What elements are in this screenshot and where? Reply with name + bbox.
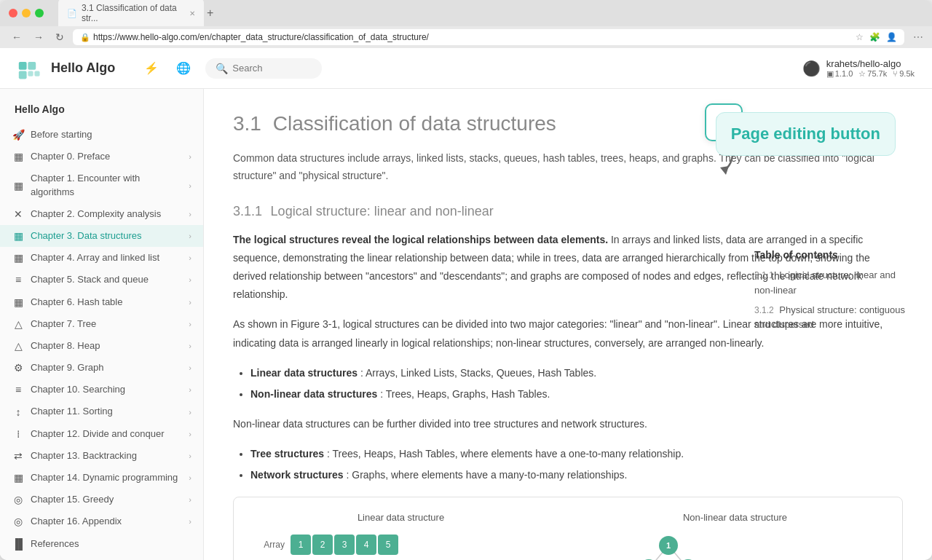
- nonlinear-diagram-section: Non-linear data structure Tree 1234567: [582, 512, 888, 560]
- toc-item[interactable]: 3.1.1 Logical structure: linear and non-…: [754, 268, 915, 299]
- sidebar-item-chapter-6[interactable]: ▦ Chapter 6. Hash table ›: [0, 291, 203, 313]
- chevron-right-icon: ›: [189, 517, 191, 526]
- sidebar-item-chapter-0[interactable]: ▦ Chapter 0. Preface ›: [0, 146, 203, 167]
- sidebar-label: Chapter 15. Greedy: [31, 493, 183, 506]
- search-icon: 🔍: [216, 63, 228, 74]
- sidebar-item-chapter-15[interactable]: ◎ Chapter 15. Greedy ›: [0, 489, 203, 510]
- lightning-icon[interactable]: ⚡: [141, 58, 162, 78]
- svg-rect-1: [28, 62, 36, 70]
- toc-title: Table of contents: [754, 249, 915, 261]
- sidebar-item-before-starting[interactable]: 🚀 Before starting: [0, 124, 203, 146]
- sidebar-item-chapter-1[interactable]: ▦ Chapter 1. Encounter with algorithms ›: [0, 167, 203, 202]
- chevron-right-icon: ›: [189, 451, 191, 460]
- tree-node: 1: [659, 536, 678, 555]
- sidebar-icon: ✕: [12, 208, 25, 220]
- nav-icons: ⚡ 🌐: [141, 58, 194, 78]
- active-tab[interactable]: 📄 3.1 Classification of data str... ✕: [58, 0, 204, 28]
- title-bar: 📄 3.1 Classification of data str... ✕ +: [0, 0, 932, 26]
- logo-area[interactable]: Hello Algo: [17, 55, 115, 82]
- sidebar-label: Chapter 0. Preface: [31, 150, 183, 163]
- nonlinear-note: Non-linear data structures can be furthe…: [233, 415, 903, 433]
- sidebar-icon: 🚀: [12, 129, 25, 141]
- search-box[interactable]: 🔍: [205, 58, 322, 79]
- toc-item[interactable]: 3.1.2 Physical structure: contiguous and…: [754, 303, 915, 334]
- sidebar-label: Chapter 9. Graph: [31, 361, 183, 374]
- sidebar-item-chapter-7[interactable]: △ Chapter 7. Tree ›: [0, 313, 203, 335]
- sidebar-item-chapter-13[interactable]: ⇄ Chapter 13. Backtracking ›: [0, 445, 203, 467]
- sidebar-label: Chapter 16. Appendix: [31, 515, 183, 528]
- sidebar-label: Chapter 2. Complexity analysis: [31, 208, 183, 221]
- sidebar-item-chapter-16[interactable]: ◎ Chapter 16. Appendix ›: [0, 510, 203, 532]
- address-bar[interactable]: 🔒 https://www.hello-algo.com/en/chapter_…: [73, 29, 904, 45]
- sidebar-item-chapter-5[interactable]: ≡ Chapter 5. Stack and queue ›: [0, 269, 203, 291]
- version-icon: ▣: [826, 69, 834, 79]
- array-cell: 5: [378, 535, 398, 555]
- sidebar-item-chapter-10[interactable]: ≡ Chapter 10. Searching ›: [0, 379, 203, 401]
- data-structure-diagram: Linear data structure Array 12345 Non-li…: [233, 497, 903, 560]
- tab-bar: 📄 3.1 Classification of data str... ✕ +: [58, 0, 923, 28]
- maximize-button[interactable]: [35, 9, 44, 17]
- sidebar-item-chapter-11[interactable]: ↕ Chapter 11. Sorting ›: [0, 401, 203, 422]
- sidebar-icon: ▦: [12, 296, 25, 308]
- sidebar-label: Chapter 5. Stack and queue: [31, 273, 183, 286]
- tab-close-button[interactable]: ✕: [189, 9, 195, 17]
- github-stats: ▣ 1.1.0 ☆ 75.7k ⑂ 9.5k: [826, 69, 915, 79]
- github-link[interactable]: krahets/hello-algo: [826, 58, 915, 69]
- page-editing-label: Page editing button: [731, 125, 880, 143]
- sidebar-label: Chapter 13. Backtracking: [31, 449, 183, 462]
- forward-button[interactable]: →: [31, 30, 47, 44]
- minimize-button[interactable]: [22, 9, 31, 17]
- close-button[interactable]: [9, 9, 17, 17]
- star-icon: ☆: [858, 69, 866, 79]
- chevron-right-icon: ›: [189, 342, 191, 350]
- address-bar-row: ← → ↻ 🔒 https://www.hello-algo.com/en/ch…: [0, 26, 932, 48]
- refresh-button[interactable]: ↻: [52, 30, 67, 44]
- sidebar-item-chapter-12[interactable]: ⁞ Chapter 12. Divide and conquer ›: [0, 423, 203, 445]
- sidebar-item-chapter-14[interactable]: ▦ Chapter 14. Dynamic programming ›: [0, 467, 203, 489]
- back-button[interactable]: ←: [9, 30, 25, 44]
- structures-list-1: Linear data structures : Arrays, Linked …: [250, 364, 903, 403]
- extensions-icon[interactable]: 🧩: [869, 32, 880, 42]
- toc-panel: Table of contents 3.1.1 Logical structur…: [754, 249, 915, 337]
- top-nav: Hello Algo ⚡ 🌐 🔍 ⚫ krahets/hello-algo ▣ …: [0, 48, 932, 89]
- section-number: 3.1.1: [233, 204, 262, 218]
- structures-list-2: Tree structures : Trees, Heaps, Hash Tab…: [250, 445, 903, 484]
- stars-count: 75.7k: [867, 69, 887, 78]
- array-cell: 2: [312, 535, 333, 555]
- bookmark-icon[interactable]: ☆: [856, 32, 864, 42]
- translate-icon[interactable]: 🌐: [173, 58, 194, 78]
- sidebar-label: Chapter 1. Encounter with algorithms: [31, 172, 183, 198]
- sidebar-icon: ◎: [12, 494, 25, 505]
- sidebar: Hello Algo 🚀 Before starting ▦ Chapter 0…: [0, 89, 204, 560]
- array-cell: 3: [334, 535, 355, 555]
- page-title-text: Classification of data structures: [273, 112, 556, 135]
- sidebar-label: Chapter 3. Data structures: [31, 229, 183, 242]
- sidebar-icon: ≡: [12, 384, 25, 395]
- svg-marker-5: [720, 166, 729, 175]
- sidebar-item-references[interactable]: ▐▌ References: [0, 533, 203, 555]
- sidebar-icon: ⇄: [12, 450, 25, 462]
- sidebar-item-chapter-2[interactable]: ✕ Chapter 2. Complexity analysis ›: [0, 203, 203, 225]
- search-input[interactable]: [232, 63, 305, 74]
- sidebar-label: Chapter 6. Hash table: [31, 296, 183, 309]
- sidebar-item-chapter-8[interactable]: △ Chapter 8. Heap ›: [0, 335, 203, 357]
- sidebar-item-chapter-9[interactable]: ⚙ Chapter 9. Graph ›: [0, 357, 203, 379]
- sidebar-label: Chapter 4. Array and linked list: [31, 251, 183, 264]
- chevron-right-icon: ›: [189, 298, 191, 307]
- bullet-tree-text: : Trees, Heaps, Hash Tables, where eleme…: [327, 448, 684, 460]
- sidebar-item-chapter-4[interactable]: ▦ Chapter 4. Array and linked list ›: [0, 247, 203, 269]
- url-text: https://www.hello-algo.com/en/chapter_da…: [93, 32, 429, 42]
- fork-icon: ⑂: [893, 69, 898, 78]
- settings-icon[interactable]: ⋯: [913, 31, 923, 43]
- page-editing-tooltip: Page editing button: [716, 112, 896, 156]
- toc-number: 3.1.1: [754, 270, 774, 280]
- new-tab-button[interactable]: +: [207, 7, 213, 20]
- profile-icon[interactable]: 👤: [886, 32, 897, 42]
- chevron-right-icon: ›: [189, 181, 191, 190]
- logo-icon: [17, 55, 44, 82]
- sidebar-item-chapter-3[interactable]: ▦ Chapter 3. Data structures ›: [0, 225, 203, 247]
- content-area: Page editing button Table of contents 3.…: [204, 89, 932, 560]
- svg-rect-4: [34, 71, 39, 76]
- array-diagram-row: Array 12345: [248, 535, 553, 555]
- chevron-right-icon: ›: [189, 253, 191, 262]
